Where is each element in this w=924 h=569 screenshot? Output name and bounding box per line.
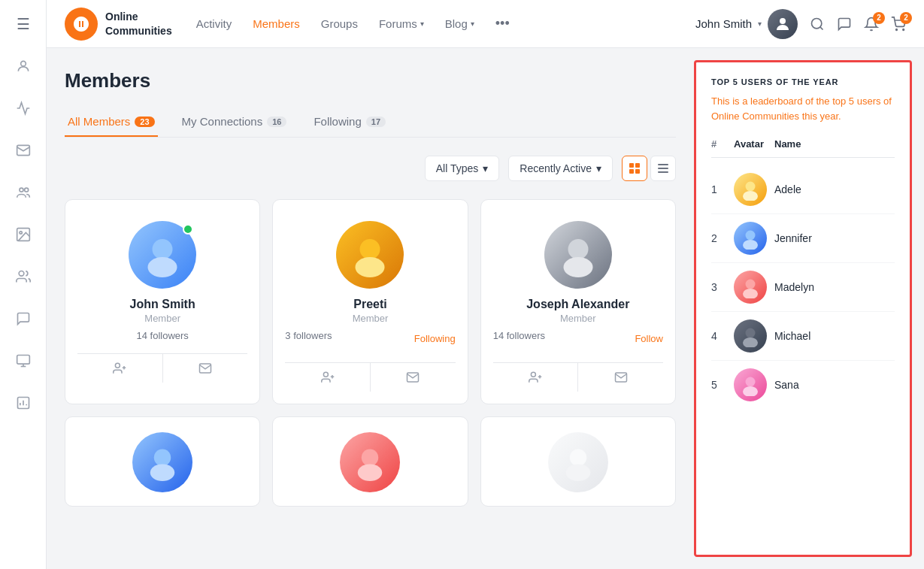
leaderboard-table: # Avatar Name 1 xyxy=(711,138,895,409)
nav-right: John Smith ▾ xyxy=(695,9,906,39)
logo[interactable]: Online Communities xyxy=(65,8,172,41)
joseph-actions xyxy=(493,362,663,392)
john-add-friend-button[interactable] xyxy=(77,354,163,383)
leaderboard-description: This is a leaderboard of the top 5 users… xyxy=(711,94,895,123)
svg-point-48 xyxy=(746,280,756,289)
nav-forums[interactable]: Forums ▾ xyxy=(379,17,424,30)
nav-more[interactable]: ••• xyxy=(495,16,510,32)
messages-button[interactable] xyxy=(837,17,852,32)
lb-rank-1: 1 xyxy=(711,183,726,195)
nav-blog[interactable]: Blog ▾ xyxy=(445,17,474,30)
svg-point-45 xyxy=(743,191,758,201)
preeti-following-button[interactable]: Following xyxy=(414,333,456,344)
preeti-message-button[interactable] xyxy=(371,363,456,392)
leaderboard-sidebar: TOP 5 USERS OF THE YEAR This is a leader… xyxy=(694,60,912,557)
svg-point-49 xyxy=(743,289,758,298)
svg-point-14 xyxy=(896,29,898,30)
row2-avatar-1 xyxy=(132,432,192,492)
sort-filter[interactable]: Recently Active ▾ xyxy=(508,156,613,181)
chat-icon[interactable] xyxy=(11,307,35,331)
john-message-button[interactable] xyxy=(163,354,248,383)
members-icon[interactable] xyxy=(11,265,35,289)
svg-point-29 xyxy=(356,257,385,277)
member-card-john: John Smith Member 14 followers xyxy=(65,199,260,404)
cart-button[interactable]: 2 xyxy=(891,17,906,32)
lb-row-michael[interactable]: 4 Michael xyxy=(711,312,895,361)
nav-links: Activity Members Groups Forums ▾ Blog ▾ … xyxy=(196,16,510,32)
main-area: Online Communities Activity Members Grou… xyxy=(47,0,924,569)
content-wrapper: Members All Members 23 My Connections 16… xyxy=(47,48,924,569)
svg-point-6 xyxy=(19,271,24,277)
svg-rect-16 xyxy=(629,163,634,168)
preeti-avatar-wrap xyxy=(336,221,404,289)
view-toggle xyxy=(622,156,676,181)
svg-point-12 xyxy=(812,18,822,28)
nav-groups[interactable]: Groups xyxy=(321,17,358,30)
member-card-joseph: Joseph Alexander Member 14 followers Fol… xyxy=(480,199,676,404)
svg-point-44 xyxy=(746,182,756,192)
svg-rect-18 xyxy=(629,169,634,174)
notifications-button[interactable]: 2 xyxy=(864,17,879,32)
svg-point-52 xyxy=(746,377,756,387)
svg-point-40 xyxy=(362,449,379,467)
activity-icon[interactable] xyxy=(11,96,35,120)
members-grid: John Smith Member 14 followers xyxy=(65,199,676,507)
tab-following[interactable]: Following 17 xyxy=(311,107,389,137)
svg-point-3 xyxy=(24,188,28,192)
forums-chevron-icon: ▾ xyxy=(420,20,424,28)
grid-view-button[interactable] xyxy=(622,156,647,181)
type-filter[interactable]: All Types ▾ xyxy=(425,156,500,181)
group-icon[interactable] xyxy=(11,180,35,204)
svg-point-42 xyxy=(570,449,587,467)
user-icon[interactable] xyxy=(11,54,35,78)
lb-avatar-michael xyxy=(734,319,767,353)
svg-point-35 xyxy=(531,372,535,377)
hamburger-menu-icon[interactable]: ☰ xyxy=(11,12,35,36)
user-avatar xyxy=(768,9,798,39)
nav-members[interactable]: Members xyxy=(253,17,300,30)
svg-rect-7 xyxy=(17,356,29,365)
preeti-followers: 3 followers xyxy=(285,330,332,341)
lb-rank-4: 4 xyxy=(711,330,726,342)
search-button[interactable] xyxy=(810,17,825,32)
svg-rect-20 xyxy=(658,164,668,165)
lb-name-jennifer: Jennifer xyxy=(774,232,895,244)
monitor-icon[interactable] xyxy=(11,349,35,373)
inbox-icon[interactable] xyxy=(11,138,35,162)
lb-name-madelyn: Madelyn xyxy=(774,281,895,293)
nav-activity[interactable]: Activity xyxy=(196,17,232,30)
joseph-add-friend-button[interactable] xyxy=(493,363,579,392)
svg-point-2 xyxy=(20,188,23,192)
type-filter-chevron-icon: ▾ xyxy=(483,162,488,174)
report-icon[interactable] xyxy=(11,391,35,415)
svg-point-24 xyxy=(148,257,177,277)
svg-point-39 xyxy=(150,465,175,482)
joseph-message-button[interactable] xyxy=(578,363,663,392)
lb-row-adele[interactable]: 1 Adele xyxy=(711,165,895,214)
tabs: All Members 23 My Connections 16 Followi… xyxy=(65,107,676,138)
logo-icon xyxy=(65,8,98,41)
lb-row-jennifer[interactable]: 2 Jennifer xyxy=(711,214,895,263)
joseph-name: Joseph Alexander xyxy=(526,298,629,311)
tab-my-connections[interactable]: My Connections 16 xyxy=(179,107,290,137)
svg-point-53 xyxy=(743,386,758,396)
tab-all-members[interactable]: All Members 23 xyxy=(65,107,158,137)
lb-header-name: Name xyxy=(774,138,895,150)
lb-header-num: # xyxy=(711,138,726,150)
image-icon[interactable] xyxy=(11,222,35,247)
lb-rank-3: 3 xyxy=(711,281,726,293)
row2-avatar-3 xyxy=(548,432,608,492)
joseph-follow-button[interactable]: Follow xyxy=(635,333,663,344)
list-view-button[interactable] xyxy=(650,156,676,181)
preeti-follow-row: 3 followers Following xyxy=(285,330,455,347)
joseph-follow-row: 14 followers Follow xyxy=(493,330,663,347)
joseph-avatar xyxy=(544,221,612,289)
lb-row-sana[interactable]: 5 Sana xyxy=(711,361,895,409)
lb-avatar-madelyn xyxy=(734,271,767,304)
lb-row-madelyn[interactable]: 3 Madelyn xyxy=(711,263,895,312)
svg-point-25 xyxy=(116,363,120,368)
preeti-add-friend-button[interactable] xyxy=(285,363,371,392)
user-profile[interactable]: John Smith ▾ xyxy=(695,9,798,39)
member-card-row2-3 xyxy=(480,416,676,507)
slim-sidebar: ☰ xyxy=(0,0,47,569)
